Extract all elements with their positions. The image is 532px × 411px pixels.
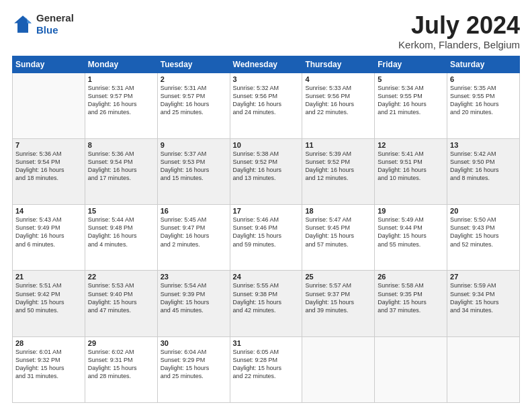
day-number: 16 [161,207,227,215]
day-number: 30 [161,339,227,347]
day-info: Sunrise: 5:51 AM Sunset: 9:42 PM Dayligh… [15,281,82,314]
calendar-cell: 28Sunrise: 6:01 AM Sunset: 9:32 PM Dayli… [13,336,85,402]
day-info: Sunrise: 5:43 AM Sunset: 9:49 PM Dayligh… [15,216,82,248]
day-info: Sunrise: 5:47 AM Sunset: 9:45 PM Dayligh… [305,216,371,248]
day-number: 15 [88,207,154,215]
day-number: 2 [161,75,227,83]
calendar-cell [375,336,447,402]
logo-text: General Blue [36,12,74,36]
calendar-cell: 19Sunrise: 5:49 AM Sunset: 9:44 PM Dayli… [375,205,447,271]
day-number: 27 [450,273,517,281]
calendar-cell: 31Sunrise: 6:05 AM Sunset: 9:28 PM Dayli… [230,336,302,402]
day-number: 23 [161,273,227,281]
logo: General Blue [12,12,74,36]
calendar-week-row: 1Sunrise: 5:31 AM Sunset: 9:57 PM Daylig… [13,73,520,138]
day-info: Sunrise: 5:31 AM Sunset: 9:57 PM Dayligh… [161,84,227,117]
title-block: July 2024 Kerkom, Flanders, Belgium [398,12,520,50]
calendar-cell: 8Sunrise: 5:36 AM Sunset: 9:54 PM Daylig… [85,138,157,204]
calendar-cell: 1Sunrise: 5:31 AM Sunset: 9:57 PM Daylig… [85,73,157,138]
calendar-cell: 12Sunrise: 5:41 AM Sunset: 9:51 PM Dayli… [375,138,447,204]
calendar-cell: 27Sunrise: 5:59 AM Sunset: 9:34 PM Dayli… [447,271,520,336]
calendar-cell: 13Sunrise: 5:42 AM Sunset: 9:50 PM Dayli… [447,138,520,204]
calendar-cell: 30Sunrise: 6:04 AM Sunset: 9:29 PM Dayli… [157,336,230,402]
calendar-cell: 22Sunrise: 5:53 AM Sunset: 9:40 PM Dayli… [85,271,157,336]
day-number: 7 [15,141,82,149]
calendar-cell [302,336,375,402]
col-header-wednesday: Wednesday [230,56,302,73]
subtitle: Kerkom, Flanders, Belgium [398,39,520,50]
day-number: 20 [450,207,517,215]
day-info: Sunrise: 5:34 AM Sunset: 9:55 PM Dayligh… [378,84,444,117]
day-info: Sunrise: 5:39 AM Sunset: 9:52 PM Dayligh… [305,150,371,183]
calendar-cell: 21Sunrise: 5:51 AM Sunset: 9:42 PM Dayli… [13,271,85,336]
day-number: 22 [88,273,154,281]
main-title: July 2024 [398,12,520,39]
day-info: Sunrise: 5:57 AM Sunset: 9:37 PM Dayligh… [305,281,371,314]
calendar-cell: 7Sunrise: 5:36 AM Sunset: 9:54 PM Daylig… [13,138,85,204]
day-info: Sunrise: 5:54 AM Sunset: 9:39 PM Dayligh… [161,281,227,314]
calendar-cell: 18Sunrise: 5:47 AM Sunset: 9:45 PM Dayli… [302,205,375,271]
day-info: Sunrise: 5:49 AM Sunset: 9:44 PM Dayligh… [378,216,444,248]
day-info: Sunrise: 5:55 AM Sunset: 9:38 PM Dayligh… [233,281,300,314]
calendar-cell: 15Sunrise: 5:44 AM Sunset: 9:48 PM Dayli… [85,205,157,271]
day-info: Sunrise: 5:46 AM Sunset: 9:46 PM Dayligh… [233,216,300,248]
logo-icon [12,13,34,35]
day-number: 5 [378,75,444,83]
calendar-cell: 14Sunrise: 5:43 AM Sunset: 9:49 PM Dayli… [13,205,85,271]
calendar-week-row: 7Sunrise: 5:36 AM Sunset: 9:54 PM Daylig… [13,138,520,204]
day-number: 10 [233,141,300,149]
col-header-saturday: Saturday [447,56,520,73]
calendar-cell: 17Sunrise: 5:46 AM Sunset: 9:46 PM Dayli… [230,205,302,271]
day-info: Sunrise: 6:04 AM Sunset: 9:29 PM Dayligh… [161,348,227,381]
day-number: 11 [305,141,371,149]
day-number: 28 [15,339,82,347]
calendar-cell: 5Sunrise: 5:34 AM Sunset: 9:55 PM Daylig… [375,73,447,138]
col-header-friday: Friday [375,56,447,73]
day-number: 31 [233,339,300,347]
calendar-cell: 23Sunrise: 5:54 AM Sunset: 9:39 PM Dayli… [157,271,230,336]
calendar-cell: 6Sunrise: 5:35 AM Sunset: 9:55 PM Daylig… [447,73,520,138]
day-info: Sunrise: 5:36 AM Sunset: 9:54 PM Dayligh… [15,150,82,183]
day-number: 17 [233,207,300,215]
calendar-cell: 20Sunrise: 5:50 AM Sunset: 9:43 PM Dayli… [447,205,520,271]
calendar-table: SundayMondayTuesdayWednesdayThursdayFrid… [12,56,520,403]
day-number: 21 [15,273,82,281]
calendar-cell: 3Sunrise: 5:32 AM Sunset: 9:56 PM Daylig… [230,73,302,138]
calendar-cell: 4Sunrise: 5:33 AM Sunset: 9:56 PM Daylig… [302,73,375,138]
day-number: 26 [378,273,444,281]
day-number: 1 [88,75,154,83]
day-info: Sunrise: 5:35 AM Sunset: 9:55 PM Dayligh… [450,84,517,117]
calendar-week-row: 28Sunrise: 6:01 AM Sunset: 9:32 PM Dayli… [13,336,520,402]
day-number: 13 [450,141,517,149]
day-number: 24 [233,273,300,281]
calendar-week-row: 14Sunrise: 5:43 AM Sunset: 9:49 PM Dayli… [13,205,520,271]
day-number: 12 [378,141,444,149]
day-info: Sunrise: 5:44 AM Sunset: 9:48 PM Dayligh… [88,216,154,248]
day-info: Sunrise: 5:50 AM Sunset: 9:43 PM Dayligh… [450,216,517,248]
day-number: 25 [305,273,371,281]
col-header-sunday: Sunday [13,56,85,73]
svg-marker-0 [14,15,32,33]
day-number: 14 [15,207,82,215]
day-info: Sunrise: 5:36 AM Sunset: 9:54 PM Dayligh… [88,150,154,183]
day-number: 6 [450,75,517,83]
day-info: Sunrise: 6:05 AM Sunset: 9:28 PM Dayligh… [233,348,300,381]
day-info: Sunrise: 6:02 AM Sunset: 9:31 PM Dayligh… [88,348,154,381]
calendar-cell: 26Sunrise: 5:58 AM Sunset: 9:35 PM Dayli… [375,271,447,336]
calendar-cell: 29Sunrise: 6:02 AM Sunset: 9:31 PM Dayli… [85,336,157,402]
day-info: Sunrise: 5:41 AM Sunset: 9:51 PM Dayligh… [378,150,444,183]
header: General Blue July 2024 Kerkom, Flanders,… [12,12,520,50]
day-info: Sunrise: 5:53 AM Sunset: 9:40 PM Dayligh… [88,281,154,314]
day-info: Sunrise: 5:38 AM Sunset: 9:52 PM Dayligh… [233,150,300,183]
calendar-cell: 10Sunrise: 5:38 AM Sunset: 9:52 PM Dayli… [230,138,302,204]
day-number: 4 [305,75,371,83]
col-header-thursday: Thursday [302,56,375,73]
page: General Blue July 2024 Kerkom, Flanders,… [0,0,532,411]
day-info: Sunrise: 5:32 AM Sunset: 9:56 PM Dayligh… [233,84,300,117]
col-header-monday: Monday [85,56,157,73]
day-info: Sunrise: 6:01 AM Sunset: 9:32 PM Dayligh… [15,348,82,381]
calendar-cell [447,336,520,402]
day-number: 9 [161,141,227,149]
day-info: Sunrise: 5:59 AM Sunset: 9:34 PM Dayligh… [450,281,517,314]
calendar-cell: 24Sunrise: 5:55 AM Sunset: 9:38 PM Dayli… [230,271,302,336]
